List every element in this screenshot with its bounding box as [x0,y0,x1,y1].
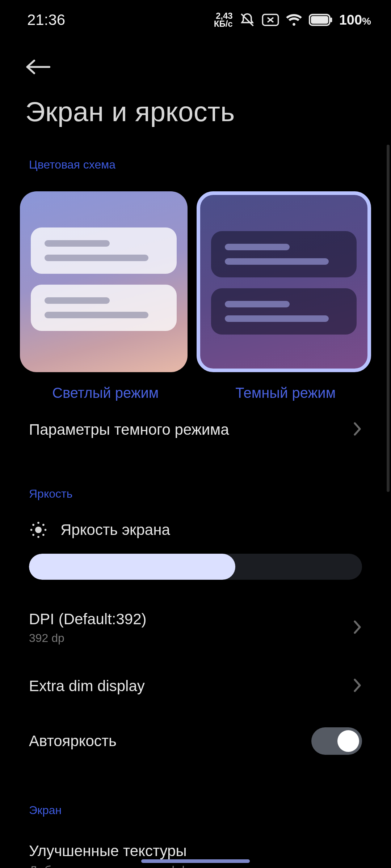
theme-label-light: Светлый режим [20,385,191,401]
chevron-right-icon [353,421,362,438]
section-brightness: Яркость [0,475,391,510]
do-not-disturb-icon [239,12,255,28]
toggle-knob [337,730,359,752]
chevron-right-icon [353,620,362,636]
status-bar: 21:36 2,43 КБ/с 100% [0,0,391,40]
svg-rect-5 [311,16,328,24]
item-label: Параметры темного режима [29,421,229,438]
svg-point-16 [42,534,45,536]
item-label: Автояркость [29,732,117,750]
svg-point-14 [42,524,45,526]
sun-low-icon [29,520,48,539]
theme-card-light[interactable] [20,191,188,372]
svg-point-15 [32,534,34,536]
wifi-icon [286,13,302,27]
item-extra-dim[interactable]: Extra dim display [0,661,391,711]
no-sim-icon [262,13,279,27]
item-label: Улучшенные текстуры [29,842,187,860]
auto-brightness-toggle[interactable] [311,727,362,755]
brightness-header: Яркость экрана [0,510,391,548]
status-right: 2,43 КБ/с 100% [214,12,371,28]
svg-point-10 [37,536,39,538]
brightness-slider[interactable] [29,554,362,580]
item-enhanced-textures[interactable]: Улучшенные текстуры [0,826,391,861]
section-screen: Экран [0,791,391,826]
item-label: Extra dim display [29,677,145,695]
theme-card-dark[interactable] [197,191,371,372]
navigation-pill[interactable] [141,859,250,863]
battery-icon [309,14,333,26]
svg-point-12 [45,529,47,531]
svg-point-9 [37,522,39,524]
svg-point-11 [30,529,33,531]
back-button[interactable] [25,56,58,78]
svg-rect-6 [330,17,332,22]
item-label: DPI (Default:392) [29,610,146,628]
item-dark-mode-params[interactable]: Параметры темного режима [0,405,391,455]
section-color-scheme: Цветовая схема [0,145,391,180]
theme-label-dark: Темный режим [200,385,371,401]
item-dpi[interactable]: DPI (Default:392) 392 dp [0,594,391,661]
svg-point-8 [35,527,42,533]
item-sublabel: 392 dp [29,631,146,645]
brightness-label: Яркость экрана [60,521,170,539]
network-speed: 2,43 КБ/с [214,12,233,27]
scrollbar[interactable] [387,145,390,492]
item-auto-brightness[interactable]: Автояркость [0,711,391,771]
chevron-right-icon [353,678,362,694]
battery-percentage: 100% [339,12,371,28]
brightness-slider-fill [29,554,235,580]
svg-point-13 [32,524,34,526]
page-title: Экран и яркость [0,89,391,145]
clock: 21:36 [27,11,65,29]
